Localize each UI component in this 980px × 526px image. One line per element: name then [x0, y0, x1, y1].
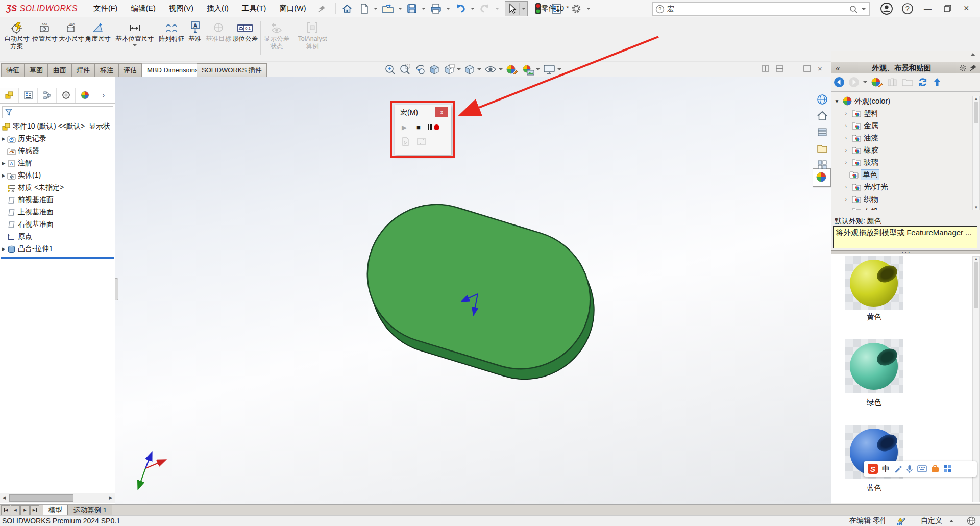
tree-item-boss-extrude[interactable]: ▶ 凸台-拉伸1 — [0, 243, 115, 255]
doc-close-icon[interactable]: × — [818, 64, 822, 73]
macro-run-button[interactable]: ▶ — [402, 123, 407, 131]
category-rubber[interactable]: › 橡胶 — [834, 144, 972, 156]
basic-dimension-dropdown[interactable] — [133, 44, 137, 46]
previous-view-icon[interactable] — [413, 63, 426, 76]
view-orientation-group[interactable] — [443, 63, 461, 76]
save-button[interactable] — [406, 3, 418, 14]
ime-toolbar[interactable]: S 中 — [864, 461, 977, 477]
tab-propertymanager[interactable] — [19, 88, 38, 103]
help-icon[interactable]: ? — [901, 3, 914, 15]
scroll-right-icon[interactable]: ▶ — [107, 495, 115, 500]
view-orientation-icon[interactable] — [443, 63, 455, 76]
expand-icon[interactable]: ▶ — [0, 136, 7, 141]
menu-file[interactable]: 文件(F) — [87, 4, 125, 13]
apply-scene-group[interactable] — [521, 63, 540, 76]
rebuild-icon[interactable] — [535, 3, 541, 15]
ime-logo[interactable]: S — [868, 464, 878, 474]
tree-item-top-plane[interactable]: 上视基准面 — [0, 206, 115, 218]
view-orientation-dropdown[interactable] — [457, 68, 461, 70]
tree-item-sensors[interactable]: 传感器 — [0, 145, 115, 157]
expand-icon[interactable]: ▶ — [0, 173, 7, 178]
account-icon[interactable] — [880, 2, 893, 15]
tree-item-right-plane[interactable]: 右视基准面 — [0, 218, 115, 231]
taskpane-tab-design-library[interactable] — [817, 127, 828, 138]
tab-evaluate[interactable]: 评估 — [118, 63, 142, 77]
ribbon-size-dimension[interactable]: xxx 大小尺寸 — [58, 19, 85, 43]
tree-root[interactable]: 零件10 (默认) <<默认>_显示状 — [0, 120, 115, 133]
open-dropdown[interactable] — [398, 8, 402, 10]
close-button[interactable]: × — [958, 3, 975, 14]
category-paint[interactable]: › 油漆 — [834, 132, 972, 144]
print-dropdown[interactable] — [446, 8, 450, 10]
ribbon-basic-location-dimension[interactable]: 基本位置尺寸 — [112, 19, 157, 46]
tab-weldments[interactable]: 焊件 — [71, 63, 95, 77]
display-style-icon[interactable] — [463, 63, 476, 76]
edit-appearance-small-icon[interactable] — [871, 77, 883, 88]
category-metal[interactable]: › 金属 — [834, 119, 972, 132]
collapse-pane-icon[interactable]: « — [831, 64, 844, 72]
taskpane-tab-3dexperience[interactable] — [817, 94, 828, 105]
doc-maximize-icon[interactable] — [803, 65, 811, 72]
ime-language-toggle[interactable]: 中 — [882, 464, 890, 474]
search-icon[interactable] — [849, 5, 858, 14]
scroll-thumb[interactable] — [9, 494, 74, 502]
zoom-fit-icon[interactable] — [384, 63, 396, 76]
doc-minimize-icon[interactable]: — — [790, 65, 797, 72]
tree-item-front-plane[interactable]: 前视基准面 — [0, 194, 115, 206]
hide-show-eye-icon[interactable] — [484, 63, 497, 76]
menu-view[interactable]: 视图(V) — [162, 4, 200, 13]
feature-tabs-overflow[interactable]: › — [94, 88, 113, 103]
swatch-green[interactable] — [845, 339, 903, 393]
prev-tab-icon[interactable]: ◀ — [11, 505, 20, 515]
tab-featuremanager[interactable] — [0, 88, 19, 103]
tab-annotate[interactable]: 标注 — [95, 63, 118, 77]
restore-button[interactable] — [938, 5, 958, 12]
taskpane-tab-view-palette[interactable] — [817, 159, 828, 170]
ribbon-datum[interactable]: A 基准 — [185, 19, 205, 43]
redo-dropdown[interactable] — [495, 8, 499, 10]
select-dropdown[interactable] — [522, 8, 526, 10]
macro-record-pause-button[interactable] — [428, 124, 439, 130]
search-scope-dropdown[interactable] — [862, 8, 866, 10]
new-document-button[interactable] — [359, 3, 370, 14]
category-fabric[interactable]: › 织物 — [834, 193, 972, 205]
search-input-value[interactable]: 宏 — [667, 5, 674, 14]
split-pane-horizontal-icon[interactable] — [776, 65, 783, 72]
taskpane-tab-resources[interactable] — [817, 110, 828, 121]
print-button[interactable] — [430, 3, 442, 14]
menu-tools[interactable]: 工具(T) — [235, 4, 273, 13]
ime-toolbox-icon[interactable] — [931, 465, 939, 473]
pin-menu-icon[interactable] — [318, 5, 326, 13]
macro-stop-button[interactable]: ■ — [416, 123, 421, 131]
category-lights[interactable]: › 光/灯光 — [834, 181, 972, 193]
back-icon[interactable] — [834, 77, 845, 88]
search-box[interactable]: ? 宏 — [652, 2, 870, 16]
macro-toolbar-dialog[interactable]: 宏(M) x ▶ ■ — [395, 105, 451, 155]
first-tab-icon[interactable]: ◀ — [1, 505, 10, 515]
expand-icon[interactable]: ▶ — [0, 246, 7, 252]
redo-button[interactable] — [479, 3, 491, 14]
taskpane-collapse-up-icon[interactable] — [970, 53, 975, 56]
customize-up-caret[interactable] — [949, 520, 953, 522]
feature-filter-box[interactable] — [2, 106, 113, 118]
ime-mic-icon[interactable] — [906, 465, 913, 473]
macro-close-button[interactable]: x — [435, 107, 448, 117]
zoom-area-icon[interactable] — [399, 63, 411, 76]
select-tool-button[interactable] — [505, 1, 528, 16]
swatch-yellow[interactable] — [845, 256, 903, 310]
tree-item-origin[interactable]: 原点 — [0, 231, 115, 243]
apply-scene-dropdown[interactable] — [536, 68, 540, 70]
undo-button[interactable] — [454, 3, 467, 14]
search-help-icon[interactable]: ? — [655, 5, 665, 14]
tab-configurationmanager[interactable] — [38, 88, 57, 103]
history-dropdown[interactable] — [863, 81, 867, 83]
tree-item-annotations[interactable]: ▶ A 注解 — [0, 157, 115, 169]
tab-mbd-dimensions[interactable]: MBD Dimensions — [142, 63, 203, 77]
expand-icon[interactable]: ▶ — [0, 161, 7, 166]
category-organic[interactable]: › 有机 — [834, 205, 972, 210]
options-dropdown[interactable] — [586, 8, 591, 10]
edit-appearance-icon[interactable] — [505, 63, 519, 76]
motion-study-tab[interactable]: 运动算例 1 — [68, 505, 112, 515]
apply-scene-icon[interactable] — [521, 63, 534, 76]
model-tab[interactable]: 模型 — [43, 505, 68, 515]
